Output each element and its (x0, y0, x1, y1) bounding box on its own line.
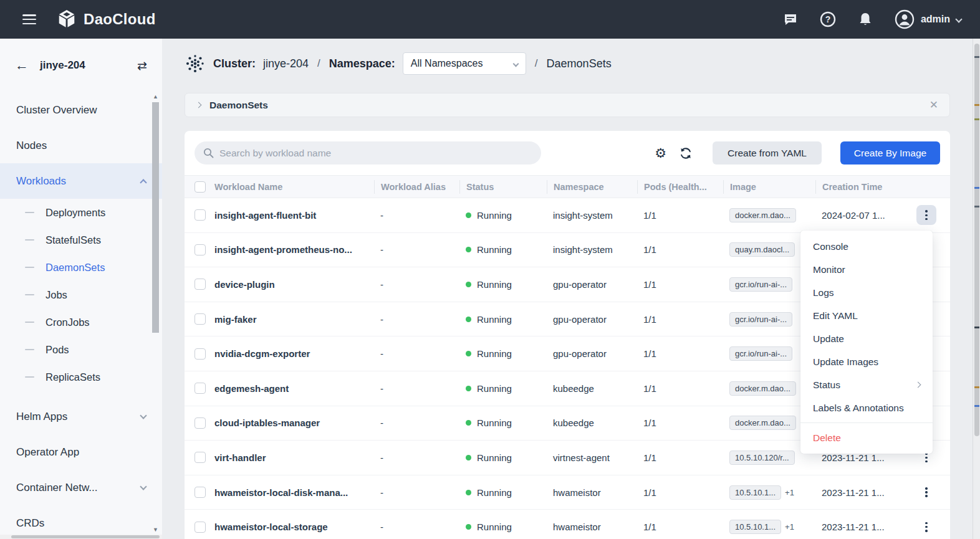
col-workload-alias[interactable]: Workload Alias (374, 180, 459, 194)
row-actions-kebab-icon[interactable] (916, 517, 936, 537)
search-box[interactable] (195, 141, 541, 165)
workload-name-link[interactable]: nvidia-dcgm-exporter (212, 348, 374, 359)
sidebar-item-helm-apps[interactable]: Helm Apps (0, 399, 162, 434)
image-more-badge[interactable]: +1 (785, 488, 794, 497)
sidebar-item-workloads[interactable]: Workloads (0, 163, 162, 199)
workload-name-link[interactable]: insight-agent-fluent-bit (212, 210, 374, 221)
back-arrow-icon[interactable]: ← (15, 59, 29, 72)
create-by-image-button[interactable]: Create By Image (840, 141, 940, 165)
row-checkbox[interactable] (195, 383, 206, 394)
row-checkbox[interactable] (195, 313, 206, 325)
sidebar-scrollbar[interactable]: ▲ ▼ (151, 93, 160, 533)
row-checkbox[interactable] (195, 279, 206, 290)
menu-item-labels-annotations[interactable]: Labels & Annotations (800, 396, 933, 419)
brand-logo[interactable]: DaoCloud (56, 9, 156, 30)
workload-name-link[interactable]: virt-handler (212, 452, 374, 463)
row-checkbox[interactable] (195, 417, 206, 429)
workload-name-link[interactable]: device-plugin (212, 279, 374, 290)
username: admin (921, 14, 950, 25)
sidebar-item-jobs[interactable]: Jobs (0, 281, 162, 308)
row-checkbox[interactable] (195, 452, 206, 463)
menu-item-delete[interactable]: Delete (800, 426, 933, 449)
table-row[interactable]: insight-agent-fluent-bit - Running insig… (185, 198, 950, 233)
menu-item-update[interactable]: Update (800, 327, 933, 350)
sidebar-item-daemonsets[interactable]: DaemonSets (0, 254, 162, 281)
image-more-badge[interactable]: +1 (785, 522, 794, 532)
image-tag: gcr.io/run-ai-... (729, 346, 792, 361)
workload-name-link[interactable]: mig-faker (212, 314, 374, 325)
image-tag: gcr.io/run-ai-... (729, 312, 792, 327)
row-checkbox[interactable] (195, 209, 206, 221)
menu-divider (800, 422, 933, 423)
svg-text:?: ? (825, 14, 831, 24)
sidebar-item-nodes[interactable]: Nodes (0, 128, 162, 163)
status-dot (466, 351, 471, 356)
hscrollbar-thumb[interactable] (11, 535, 160, 538)
col-workload-name[interactable]: Workload Name (212, 182, 374, 192)
sidebar-item-operator-app[interactable]: Operator App (0, 434, 162, 470)
sidebar-item-cluster-overview[interactable]: Cluster Overview (0, 92, 162, 128)
status-dot (466, 212, 471, 218)
row-actions-kebab-icon[interactable] (916, 205, 936, 225)
dash-icon (25, 349, 34, 351)
cluster-value[interactable]: jinye-204 (263, 57, 309, 70)
sidebar-item-replicasets[interactable]: ReplicaSets (0, 363, 162, 391)
page-scrollbar-thumb[interactable] (974, 44, 979, 436)
menu-item-edit-yaml[interactable]: Edit YAML (800, 304, 933, 327)
menu-item-update-images[interactable]: Update Images (800, 350, 933, 373)
row-checkbox[interactable] (195, 522, 206, 533)
close-icon[interactable]: ✕ (930, 98, 938, 112)
help-icon[interactable]: ? (820, 11, 836, 27)
sidebar-item-crds[interactable]: CRDs (0, 505, 162, 534)
chevron-down-icon (140, 412, 147, 419)
col-status[interactable]: Status (459, 180, 547, 194)
workload-name-link[interactable]: insight-agent-prometheus-no... (212, 244, 374, 255)
switch-cluster-icon[interactable]: ⇄ (137, 59, 147, 73)
namespace-select[interactable]: All Namespaces (403, 52, 526, 75)
scroll-down-arrow-icon[interactable]: ▼ (151, 527, 160, 533)
status-dot (466, 455, 471, 460)
table-row[interactable]: hwameistor-local-storage - Running hwame… (185, 510, 950, 539)
menu-item-status[interactable]: Status (800, 373, 933, 396)
search-input[interactable] (219, 148, 519, 159)
row-checkbox[interactable] (195, 244, 206, 255)
settings-gear-icon[interactable]: ⚙ (655, 146, 666, 160)
scroll-up-arrow-icon[interactable]: ▲ (151, 93, 160, 100)
row-actions-kebab-icon[interactable] (916, 482, 936, 502)
workload-name-link[interactable]: hwameistor-local-storage (212, 522, 374, 532)
create-from-yaml-button[interactable]: Create from YAML (713, 141, 822, 165)
sidebar-item-pods[interactable]: Pods (0, 336, 162, 363)
menu-item-monitor[interactable]: Monitor (800, 258, 933, 281)
col-image[interactable]: Image (723, 180, 815, 194)
sidebar-item-cronjobs[interactable]: CronJobs (0, 308, 162, 336)
col-pods[interactable]: Pods (Health... (637, 180, 723, 194)
sidebar-horizontal-scrollbar[interactable] (0, 535, 162, 539)
sidebar-item-deployments[interactable]: Deployments (0, 199, 162, 226)
status-text: Running (477, 487, 512, 498)
menu-item-console[interactable]: Console (800, 235, 933, 258)
user-menu[interactable]: admin (895, 9, 961, 29)
page-tab-bar[interactable]: DaemonSets ✕ (185, 93, 950, 117)
row-checkbox[interactable] (195, 348, 206, 360)
col-namespace[interactable]: Namespace (547, 180, 637, 194)
sidebar-item-container-network[interactable]: Container Netw... (0, 470, 162, 505)
image-tag: gcr.io/run-ai-... (729, 277, 792, 292)
select-all-checkbox[interactable] (195, 181, 206, 193)
hamburger-menu-icon[interactable] (22, 14, 36, 24)
menu-item-logs[interactable]: Logs (800, 281, 933, 304)
chat-icon[interactable] (782, 11, 799, 27)
daocloud-cube-icon (56, 9, 77, 30)
row-checkbox[interactable] (195, 487, 206, 498)
workload-name-link[interactable]: edgemesh-agent (212, 383, 374, 394)
scrollbar-thumb[interactable] (152, 102, 159, 333)
workload-name-link[interactable]: hwameistor-local-disk-mana... (212, 487, 374, 498)
page-scrollbar[interactable] (973, 39, 980, 539)
table-row[interactable]: hwameistor-local-disk-mana... - Running … (185, 475, 950, 510)
refresh-icon[interactable] (679, 146, 693, 160)
col-creation-time[interactable]: Creation Time (815, 180, 903, 194)
image-tag: 10.5.10.120/r... (729, 451, 795, 465)
sidebar-item-statefulsets[interactable]: StatefulSets (0, 226, 162, 254)
workload-name-link[interactable]: cloud-iptables-manager (212, 417, 374, 428)
notification-bell-icon[interactable] (857, 11, 873, 27)
chevron-right-icon[interactable] (196, 102, 202, 108)
